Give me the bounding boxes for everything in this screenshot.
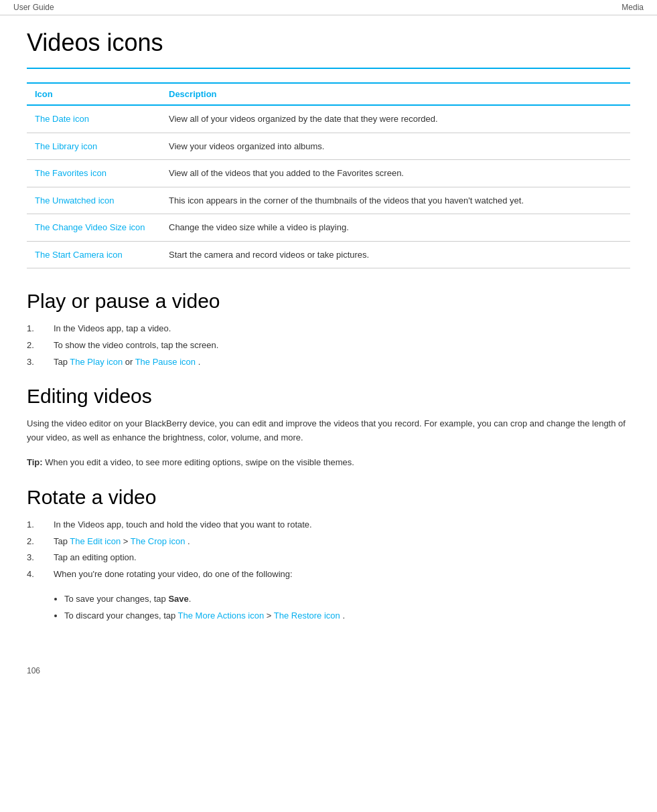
section-rotate-title: Rotate a video [27, 486, 630, 509]
header-left: User Guide [13, 3, 54, 12]
play-step-1: 1. In the Videos app, tap a video. [27, 322, 630, 336]
play-step-3: 3. Tap The Play icon or The Pause icon . [27, 355, 630, 370]
play-step3-after: . [196, 357, 200, 367]
editing-body: Using the video editor on your BlackBerr… [27, 417, 630, 445]
edit-icon-link: The Edit icon [70, 536, 121, 546]
tip-label: Tip: [27, 457, 43, 467]
table-cell-icon: The Date icon [27, 105, 161, 133]
play-steps-list: 1. In the Videos app, tap a video. 2. To… [27, 322, 630, 369]
table-cell-description: This icon appears in the corner of the t… [161, 187, 630, 214]
table-cell-description: Change the video size while a video is p… [161, 214, 630, 242]
step-num: 2. [27, 339, 54, 353]
rotate-steps-list: 1. In the Videos app, touch and hold the… [27, 518, 630, 582]
step-text: When you're done rotating your video, do… [54, 568, 630, 582]
rotate-bullets-list: To save your changes, tap Save. To disca… [27, 592, 630, 623]
table-cell-icon: The Favorites icon [27, 160, 161, 187]
table-cell-description: View all of your videos organized by the… [161, 105, 630, 133]
page-number: 106 [27, 666, 40, 675]
step-text: To show the video controls, tap the scre… [54, 339, 630, 353]
bullet-save: To save your changes, tap Save. [64, 592, 630, 606]
table-row: The Unwatched iconThis icon appears in t… [27, 187, 630, 214]
table-cell-description: View all of the videos that you added to… [161, 160, 630, 187]
step-text: In the Videos app, touch and hold the vi… [54, 518, 630, 532]
page-footer: 106 [0, 661, 657, 681]
rotate-step-4: 4. When you're done rotating your video,… [27, 568, 630, 582]
section-editing-title: Editing videos [27, 385, 630, 408]
bullet-save-after: . [189, 594, 192, 604]
restore-icon-link: The Restore icon [274, 611, 340, 621]
rotate-step2-after: . [185, 536, 190, 546]
section-play-title: Play or pause a video [27, 290, 630, 313]
play-step3-mid: or [123, 357, 135, 367]
rotate-step-3: 3. Tap an editing option. [27, 551, 630, 565]
bullet-discard: To discard your changes, tap The More Ac… [64, 609, 630, 623]
play-step3-before: Tap [54, 357, 70, 367]
table-row: The Library iconView your videos organiz… [27, 133, 630, 160]
table-cell-icon: The Change Video Size icon [27, 214, 161, 242]
step-num: 1. [27, 322, 54, 336]
icons-table: Icon Description The Date iconView all o… [27, 82, 630, 268]
header-right: Media [622, 3, 644, 12]
editing-tip: Tip: When you edit a video, to see more … [27, 456, 630, 470]
page-title: Videos icons [27, 29, 630, 57]
step-text: Tap The Edit icon > The Crop icon . [54, 535, 630, 549]
title-divider [27, 68, 630, 69]
table-row: The Change Video Size iconChange the vid… [27, 214, 630, 242]
bullet-save-bold: Save [168, 594, 188, 604]
rotate-step2-mid: > [121, 536, 131, 546]
step-num: 1. [27, 518, 54, 532]
bullet-discard-after: . [340, 611, 345, 621]
step-text: Tap The Play icon or The Pause icon . [54, 355, 630, 370]
step-num: 4. [27, 568, 54, 582]
table-cell-icon: The Unwatched icon [27, 187, 161, 214]
table-cell-icon: The Start Camera icon [27, 241, 161, 268]
step-text: Tap an editing option. [54, 551, 630, 565]
bullet-save-before: To save your changes, tap [64, 594, 168, 604]
col-header-icon: Icon [27, 83, 161, 105]
rotate-step-1: 1. In the Videos app, touch and hold the… [27, 518, 630, 532]
step-num: 2. [27, 535, 54, 549]
col-header-description: Description [161, 83, 630, 105]
play-step-2: 2. To show the video controls, tap the s… [27, 339, 630, 353]
table-cell-description: Start the camera and record videos or ta… [161, 241, 630, 268]
step-num: 3. [27, 551, 54, 565]
more-actions-icon-link: The More Actions icon [178, 611, 265, 621]
table-row: The Start Camera iconStart the camera an… [27, 241, 630, 268]
table-cell-icon: The Library icon [27, 133, 161, 160]
tip-body: When you edit a video, to see more editi… [43, 457, 354, 467]
pause-icon-link: The Pause icon [135, 357, 196, 367]
play-icon-link: The Play icon [70, 357, 123, 367]
rotate-step-2: 2. Tap The Edit icon > The Crop icon . [27, 535, 630, 549]
table-row: The Date iconView all of your videos org… [27, 105, 630, 133]
step-text: In the Videos app, tap a video. [54, 322, 630, 336]
bullet-discard-before: To discard your changes, tap [64, 611, 178, 621]
bullet-discard-mid: > [264, 611, 274, 621]
page-header: User Guide Media [0, 0, 657, 15]
crop-icon-link: The Crop icon [131, 536, 186, 546]
table-row: The Favorites iconView all of the videos… [27, 160, 630, 187]
table-cell-description: View your videos organized into albums. [161, 133, 630, 160]
step-num: 3. [27, 355, 54, 370]
table-header-row: Icon Description [27, 83, 630, 105]
rotate-step2-before: Tap [54, 536, 70, 546]
